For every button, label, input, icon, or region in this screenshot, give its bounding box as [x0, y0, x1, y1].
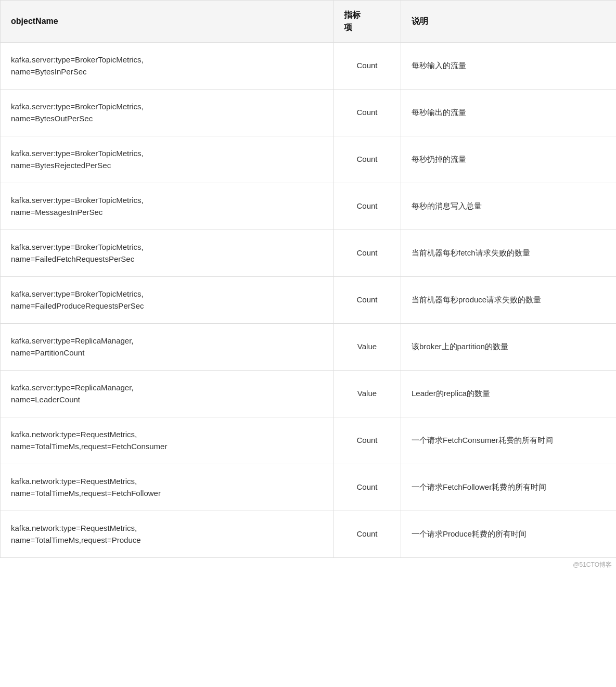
table-row: kafka.network:type=RequestMetrics, name=… — [1, 464, 617, 511]
table-wrapper: objectName 指标 项 说明 kafka.server:type=Bro… — [0, 0, 616, 687]
table-row: kafka.server:type=BrokerTopicMetrics, na… — [1, 136, 617, 183]
cell-metric: Count — [333, 417, 401, 464]
col-header-desc: 说明 — [401, 1, 617, 43]
table-row: kafka.server:type=ReplicaManager, name=L… — [1, 371, 617, 417]
table-row: kafka.network:type=RequestMetrics, name=… — [1, 511, 617, 558]
cell-description: 当前机器每秒produce请求失败的数量 — [401, 277, 617, 324]
cell-objectname: kafka.server:type=BrokerTopicMetrics, na… — [1, 230, 333, 277]
cell-description: 每秒输出的流量 — [401, 90, 617, 136]
cell-description: 每秒的消息写入总量 — [401, 183, 617, 230]
cell-metric: Count — [333, 511, 401, 558]
cell-description: 当前机器每秒fetch请求失败的数量 — [401, 230, 617, 277]
cell-metric: Count — [333, 230, 401, 277]
table-row: kafka.network:type=RequestMetrics, name=… — [1, 417, 617, 464]
cell-objectname: kafka.network:type=RequestMetrics, name=… — [1, 464, 333, 511]
cell-metric: Value — [333, 371, 401, 417]
cell-objectname: kafka.network:type=RequestMetrics, name=… — [1, 511, 333, 558]
cell-description: 一个请求FetchFollower耗费的所有时间 — [401, 464, 617, 511]
table-header-row: objectName 指标 项 说明 — [1, 1, 617, 43]
col-header-objectname: objectName — [1, 1, 333, 43]
table-row: kafka.server:type=BrokerTopicMetrics, na… — [1, 43, 617, 90]
table-row: kafka.server:type=BrokerTopicMetrics, na… — [1, 183, 617, 230]
watermark: @51CTO博客 — [0, 558, 616, 571]
cell-metric: Count — [333, 183, 401, 230]
table-row: kafka.server:type=ReplicaManager, name=P… — [1, 324, 617, 371]
cell-description: 每秒输入的流量 — [401, 43, 617, 90]
cell-objectname: kafka.server:type=BrokerTopicMetrics, na… — [1, 90, 333, 136]
cell-objectname: kafka.server:type=ReplicaManager, name=L… — [1, 371, 333, 417]
col-header-metric: 指标 项 — [333, 1, 401, 43]
cell-description: 每秒扔掉的流量 — [401, 136, 617, 183]
metrics-table: objectName 指标 项 说明 kafka.server:type=Bro… — [0, 0, 616, 558]
cell-description: Leader的replica的数量 — [401, 371, 617, 417]
cell-objectname: kafka.server:type=BrokerTopicMetrics, na… — [1, 136, 333, 183]
table-row: kafka.server:type=BrokerTopicMetrics, na… — [1, 277, 617, 324]
cell-objectname: kafka.server:type=BrokerTopicMetrics, na… — [1, 43, 333, 90]
cell-metric: Count — [333, 464, 401, 511]
cell-description: 该broker上的partition的数量 — [401, 324, 617, 371]
cell-metric: Count — [333, 43, 401, 90]
table-row: kafka.server:type=BrokerTopicMetrics, na… — [1, 90, 617, 136]
cell-metric: Count — [333, 136, 401, 183]
cell-objectname: kafka.server:type=BrokerTopicMetrics, na… — [1, 183, 333, 230]
cell-objectname: kafka.server:type=ReplicaManager, name=P… — [1, 324, 333, 371]
cell-objectname: kafka.network:type=RequestMetrics, name=… — [1, 417, 333, 464]
cell-description: 一个请求FetchConsumer耗费的所有时间 — [401, 417, 617, 464]
table-row: kafka.server:type=BrokerTopicMetrics, na… — [1, 230, 617, 277]
cell-metric: Count — [333, 90, 401, 136]
cell-description: 一个请求Produce耗费的所有时间 — [401, 511, 617, 558]
cell-metric: Count — [333, 277, 401, 324]
cell-objectname: kafka.server:type=BrokerTopicMetrics, na… — [1, 277, 333, 324]
cell-metric: Value — [333, 324, 401, 371]
